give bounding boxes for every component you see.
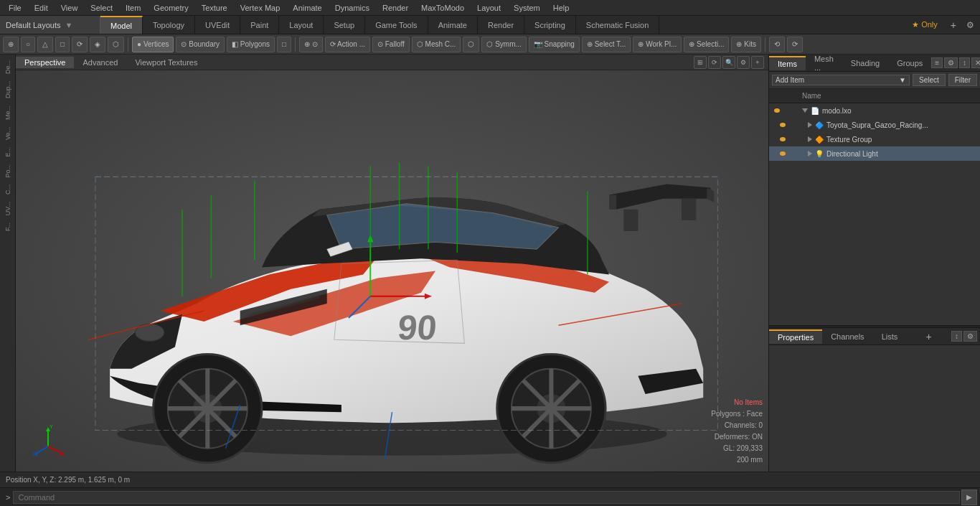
star-only-btn[interactable]: ★ Only [906,19,943,31]
menu-geometry[interactable]: Geometry [148,2,194,14]
command-run-button[interactable]: ▶ [961,489,977,505]
filter-btn[interactable]: Filter [948,74,977,86]
tab-properties[interactable]: Properties [769,329,822,344]
undo-btn[interactable]: ⟲ [769,37,785,52]
props-add-button[interactable]: + [920,331,938,342]
command-input[interactable] [13,491,960,504]
falloff-btn[interactable]: ⊙ Falloff [372,37,410,52]
tool-rotate[interactable]: ⟳ [72,37,88,52]
sidebar-item-po[interactable]: Po... [3,161,13,181]
tab-animate[interactable]: Animate [428,16,478,34]
sidebar-item-uv[interactable]: UV... [3,199,13,218]
tab-game-tools[interactable]: Game Tools [365,16,428,34]
tab-lists[interactable]: Lists [873,330,907,343]
selection-btn[interactable]: ⊕ Selecti... [684,37,729,52]
tab-scripting[interactable]: Scripting [524,16,576,34]
props-settings-btn[interactable]: ⚙ [963,331,977,342]
square-mode-btn[interactable]: □ [277,37,291,52]
sidebar-item-me[interactable]: Me... [3,103,13,123]
panel-collapse-btn[interactable]: ↕ [959,57,970,68]
vp-zoom-btn[interactable]: 🔍 [722,56,735,69]
menu-dynamics[interactable]: Dynamics [329,2,375,14]
tab-uvedit[interactable]: UVEdit [195,16,240,34]
tool-tri[interactable]: △ [37,37,53,52]
eye-toyota[interactable] [778,120,788,130]
vp-add-btn[interactable]: + [751,56,764,69]
tab-items[interactable]: Items [769,56,806,70]
sidebar-item-c[interactable]: C... [3,182,13,197]
add-item-dropdown[interactable]: Add Item ▼ [772,75,910,85]
tab-mesh[interactable]: Mesh ... [806,52,842,74]
menu-edit[interactable]: Edit [29,2,54,14]
mesh-btn2[interactable]: ⬡ [463,37,479,52]
menu-vertex-map[interactable]: Vertex Map [235,2,286,14]
eye-directional-light[interactable] [778,149,788,159]
vertices-mode-btn[interactable]: ● Vertices [132,37,174,52]
menu-view[interactable]: View [55,2,84,14]
menu-layout[interactable]: Layout [471,2,507,14]
tool-circle[interactable]: ○ [21,37,35,52]
menu-animate[interactable]: Animate [287,2,327,14]
snap-tools-btn[interactable]: ⊕ ⊙ [299,37,323,52]
tab-paint[interactable]: Paint [240,16,279,34]
vp-reset-btn[interactable]: ⟳ [708,56,721,69]
tab-render[interactable]: Render [478,16,524,34]
item-toyota-supra[interactable]: 🔷 Toyota_Supra_Gazoo_Racing... [769,118,980,132]
tab-groups[interactable]: Groups [888,57,931,70]
redo-btn[interactable]: ⟳ [787,37,803,52]
tab-model[interactable]: Model [100,16,143,34]
menu-system[interactable]: System [508,2,546,14]
menu-render[interactable]: Render [377,2,414,14]
menu-select[interactable]: Select [85,2,118,14]
tab-schematic-fusion[interactable]: Schematic Fusion [576,16,659,34]
sidebar-item-e[interactable]: E... [3,144,13,160]
polygons-mode-btn[interactable]: ◧ Polygons [227,37,275,52]
layout-add-button[interactable]: + [946,19,961,31]
layout-settings-icon[interactable]: ⚙ [963,20,977,30]
panel-close-btn[interactable]: ✕ [971,57,980,68]
eye-texture-group[interactable] [778,134,788,144]
sidebar-item-f[interactable]: F... [3,220,13,234]
tool-grid[interactable]: ⊕ [3,37,19,52]
tab-shading[interactable]: Shading [842,57,888,70]
boundary-mode-btn[interactable]: ⊙ Boundary [176,37,225,52]
sidebar-item-dup[interactable]: Dup... [3,78,13,101]
vp-tab-perspective[interactable]: Perspective [16,57,74,68]
right-panel-tabs: Items Mesh ... Shading Groups ≡ ⚙ ↕ ✕ [769,55,980,72]
tool-hex[interactable]: ⬡ [108,37,124,52]
tool-center[interactable]: ◈ [90,37,105,52]
props-expand-btn[interactable]: ↕ [951,331,962,342]
eye-modo-lxo[interactable] [772,106,782,116]
snapping-btn[interactable]: 📷 Snapping [529,37,580,52]
item-directional-light[interactable]: 💡 Directional Light [769,146,980,161]
vp-tab-textures[interactable]: Viewport Textures [126,57,206,68]
viewport-content[interactable]: 90 [16,70,768,472]
tab-channels[interactable]: Channels [822,330,872,343]
menu-maxtomodo[interactable]: MaxToModo [415,2,470,14]
action-dropdown-btn[interactable]: ⟳ Action ... [325,37,370,52]
tab-layout[interactable]: Layout [279,16,324,34]
kits-btn[interactable]: ⊕ Kits [731,37,760,52]
menu-item[interactable]: Item [120,2,146,14]
expand-all-btn[interactable]: ≡ [931,57,943,68]
vp-fit-btn[interactable]: ⊞ [694,56,707,69]
work-plane-btn[interactable]: ⊕ Work Pl... [633,37,682,52]
vp-settings-btn[interactable]: ⚙ [737,56,750,69]
tool-rect[interactable]: □ [55,37,70,52]
sidebar-item-de[interactable]: De... [3,57,13,77]
item-modo-lxo[interactable]: 📄 modo.lxo [769,103,980,118]
symmetry-btn[interactable]: ⬡ Symm... [481,37,526,52]
mesh-constraints-btn[interactable]: ⬡ Mesh C... [412,37,461,52]
sidebar-item-ve[interactable]: Ve... [3,124,13,143]
item-texture-group[interactable]: 🔶 Texture Group [769,132,980,146]
tab-topology[interactable]: Topology [143,16,195,34]
menu-help[interactable]: Help [547,2,575,14]
select-tools-btn[interactable]: ⊕ Select T... [582,37,631,52]
menu-file[interactable]: File [3,2,27,14]
menu-texture[interactable]: Texture [196,2,233,14]
layout-dropdown[interactable]: Default Layouts ▼ [0,16,100,34]
select-btn[interactable]: Select [913,74,946,86]
tab-setup[interactable]: Setup [324,16,365,34]
vp-tab-advanced[interactable]: Advanced [74,57,126,68]
panel-settings-btn[interactable]: ⚙ [944,57,958,68]
